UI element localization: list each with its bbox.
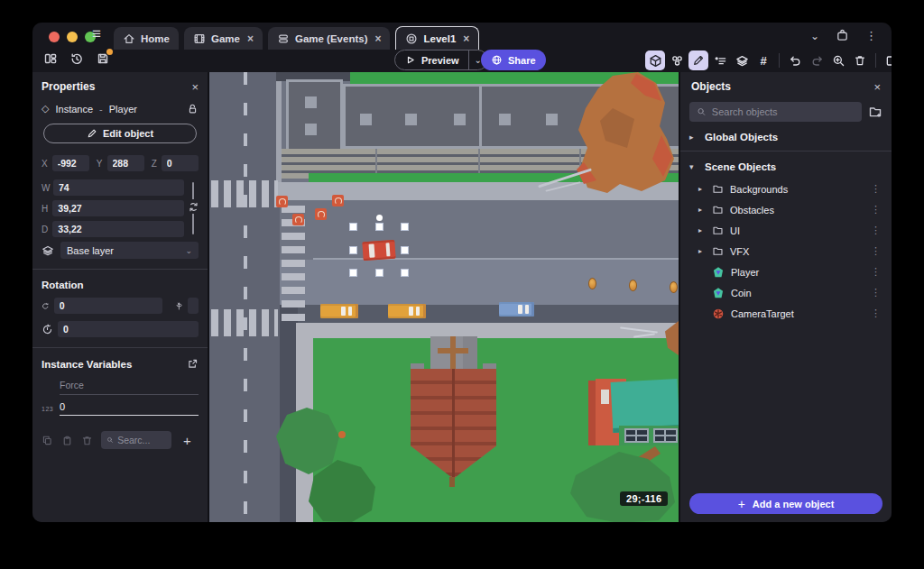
kebab-menu-icon[interactable]: ⋮ (871, 287, 881, 298)
tool-undo[interactable] (785, 50, 805, 70)
layer-select[interactable]: Base layer ⌄ (60, 242, 199, 259)
minimize-window-button[interactable] (67, 32, 78, 42)
tree-cluster-right[interactable] (565, 446, 679, 522)
traffic-cone[interactable] (315, 208, 327, 220)
variable-value[interactable]: 0 (60, 401, 199, 416)
save-button[interactable] (96, 51, 110, 66)
preview-button-main[interactable]: Preview (395, 54, 468, 66)
object-item-coin[interactable]: Coin ⋮ (680, 282, 892, 303)
kebab-menu-icon[interactable]: ⋮ (871, 266, 881, 278)
rotation-z-field[interactable] (58, 321, 199, 337)
variable-name[interactable]: Force (60, 380, 199, 395)
copy-icon[interactable] (42, 435, 53, 446)
kebab-menu-icon[interactable]: ⋮ (871, 307, 881, 319)
tool-redo[interactable] (807, 50, 827, 70)
resize-handle-n[interactable] (375, 223, 383, 231)
tool-edit[interactable] (688, 50, 708, 70)
x-field[interactable] (52, 155, 89, 171)
chevron-down-icon[interactable]: ⌄ (810, 30, 819, 42)
tab-game[interactable]: Game × (184, 27, 263, 50)
rotation-x-field[interactable] (54, 298, 163, 314)
open-external-icon[interactable] (187, 358, 199, 370)
close-window-button[interactable] (49, 32, 60, 42)
variables-search-input[interactable] (117, 435, 166, 445)
layout-panels-icon[interactable] (43, 51, 58, 66)
history-icon[interactable] (69, 51, 84, 66)
add-new-object-button[interactable]: + Add a new object (689, 493, 882, 514)
height-field[interactable] (52, 200, 184, 216)
width-field[interactable] (53, 179, 184, 196)
tab-close-icon[interactable]: × (463, 32, 469, 45)
edit-object-button[interactable]: Edit object (43, 124, 197, 143)
resize-handle-e[interactable] (401, 246, 409, 254)
close-icon[interactable]: × (873, 80, 881, 94)
tool-edit-scene-properties[interactable] (882, 50, 892, 70)
resize-handle-ne[interactable] (401, 223, 409, 231)
yellow-car[interactable] (320, 304, 358, 318)
paste-icon[interactable] (61, 435, 73, 446)
rotation-handle[interactable] (376, 215, 383, 221)
tool-layers[interactable] (732, 50, 752, 70)
tab-home[interactable]: Home (114, 27, 179, 50)
extensions-icon[interactable] (836, 29, 849, 42)
coin-instance[interactable] (670, 281, 678, 293)
kebab-menu-icon[interactable]: ⋮ (871, 225, 881, 236)
trash-icon[interactable] (81, 435, 93, 446)
player-car[interactable] (362, 240, 395, 261)
object-folder-obstacles[interactable]: ▸ Obstacles ⋮ (680, 199, 892, 220)
global-objects-section[interactable]: ▸ Global Objects (680, 124, 892, 149)
resize-handle-s[interactable] (375, 269, 383, 277)
hamburger-menu-icon[interactable]: ≡ (92, 25, 101, 43)
kebab-menu-icon[interactable]: ⋮ (871, 183, 881, 195)
object-folder-vfx[interactable]: ▸ VFX ⋮ (680, 241, 892, 262)
lock-open-icon[interactable] (187, 103, 199, 115)
tool-zoom[interactable] (828, 50, 848, 70)
coin-instance[interactable] (629, 280, 637, 291)
tool-instances[interactable] (667, 50, 687, 70)
resize-handle-se[interactable] (401, 269, 409, 277)
kebab-menu-icon[interactable]: ⋮ (865, 29, 877, 42)
blue-car[interactable] (499, 302, 534, 317)
add-folder-icon[interactable] (868, 105, 882, 119)
tool-grid[interactable]: # (753, 50, 773, 70)
preview-button[interactable]: Preview ⌄ (394, 50, 488, 70)
teal-roof-building[interactable] (588, 372, 679, 449)
tree-cluster-left[interactable] (273, 406, 392, 522)
objects-search[interactable] (689, 102, 862, 122)
brick-tower-building[interactable] (411, 336, 496, 488)
tab-close-icon[interactable]: × (247, 32, 254, 45)
coin-instance[interactable] (588, 278, 596, 289)
yellow-car[interactable] (388, 304, 426, 318)
z-field[interactable] (162, 155, 199, 171)
selected-player-instance[interactable] (354, 227, 404, 272)
share-button[interactable]: Share (481, 50, 546, 70)
resize-handle-nw[interactable] (349, 223, 357, 231)
tool-properties-list[interactable] (710, 50, 730, 70)
object-item-cameratarget[interactable]: CameraTarget ⋮ (680, 303, 892, 324)
traffic-cone[interactable] (332, 195, 344, 206)
object-item-player[interactable]: Player ⋮ (680, 262, 892, 282)
objects-search-input[interactable] (712, 106, 855, 117)
building-roof-tower[interactable] (286, 79, 343, 151)
depth-field[interactable] (52, 221, 184, 237)
scene-objects-section[interactable]: ▾ Scene Objects (680, 154, 892, 179)
tab-game-events[interactable]: Game (Events) × (268, 27, 391, 50)
object-folder-ui[interactable]: ▸ UI ⋮ (680, 220, 892, 241)
tool-3d-view[interactable] (645, 50, 665, 70)
object-folder-backgrounds[interactable]: ▸ Backgrounds ⋮ (680, 179, 892, 199)
resize-handle-w[interactable] (349, 246, 357, 254)
resize-handle-sw[interactable] (349, 269, 357, 277)
tool-delete[interactable] (850, 50, 870, 70)
traffic-cone[interactable] (292, 214, 304, 225)
scene-canvas[interactable]: 29;-116 (209, 72, 679, 522)
tab-level1[interactable]: Level1 × (395, 26, 479, 50)
add-variable-button[interactable]: + (183, 433, 191, 448)
close-icon[interactable]: × (191, 80, 199, 94)
y-field[interactable] (107, 155, 144, 171)
kebab-menu-icon[interactable]: ⋮ (871, 245, 881, 257)
variables-search[interactable] (101, 431, 171, 449)
kebab-menu-icon[interactable]: ⋮ (871, 204, 881, 216)
size-link-toggle[interactable] (186, 199, 200, 214)
traffic-cone[interactable] (276, 196, 288, 207)
rotation-y-field[interactable] (188, 298, 199, 314)
